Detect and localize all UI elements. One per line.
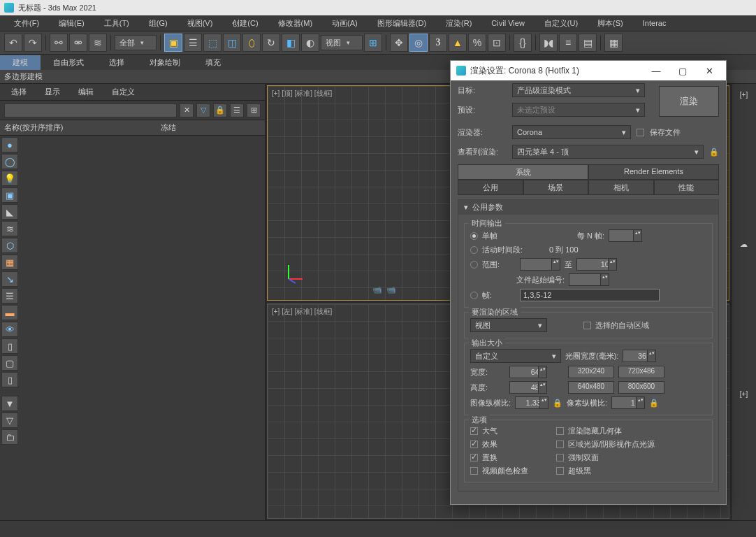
ribbon-tab-modeling[interactable]: 建模 — [0, 55, 41, 70]
menu-file[interactable]: 文件(F) — [4, 16, 49, 31]
filter-spacewarp-icon[interactable]: ≋ — [1, 221, 18, 236]
curve-editor-button[interactable]: ▦ — [604, 34, 623, 52]
menu-create[interactable]: 创建(C) — [222, 16, 268, 31]
cloud-icon[interactable]: ☁ — [740, 240, 748, 249]
redo-button[interactable]: ↷ — [24, 34, 42, 52]
img-aspect-input[interactable]: 1.333▴▾ — [515, 396, 548, 409]
ribbon-tab-freeform[interactable]: 自由形式 — [41, 55, 96, 70]
area-select[interactable]: 视图▾ — [470, 318, 547, 332]
chk-area[interactable] — [556, 441, 564, 448]
menu-render[interactable]: 渲染(R) — [436, 16, 481, 31]
chk-effects[interactable] — [470, 441, 478, 448]
preset-640x480[interactable]: 640x480 — [568, 381, 614, 394]
img-lock-icon[interactable]: 🔒 — [553, 399, 562, 408]
filter-visible-icon[interactable]: 👁 — [1, 322, 18, 337]
px-lock-icon[interactable]: 🔒 — [649, 399, 659, 408]
filter-cameras-icon[interactable]: ▣ — [1, 187, 18, 203]
move-button[interactable]: ✥ — [390, 34, 408, 52]
filter-hidden-icon[interactable]: ▬ — [1, 305, 18, 320]
ribbon-tab-selection[interactable]: 选择 — [96, 55, 137, 70]
lasso-select-button[interactable]: ↻ — [262, 34, 280, 52]
radio-frames[interactable] — [470, 292, 478, 299]
bind-button[interactable]: ≋ — [89, 34, 107, 52]
menu-civil[interactable]: Civil View — [481, 17, 534, 29]
preset-select[interactable]: 未选定预设▾ — [512, 103, 645, 117]
menu-view[interactable]: 视图(V) — [177, 16, 223, 31]
radio-single[interactable] — [470, 232, 478, 240]
view-tree-icon[interactable]: ⊞ — [247, 103, 261, 117]
col-name[interactable]: 名称(按升序排序) — [4, 122, 63, 133]
close-button[interactable]: ✕ — [698, 62, 720, 79]
menu-interact[interactable]: Interac — [633, 17, 676, 29]
explorer-list[interactable] — [21, 136, 265, 520]
px-aspect-input[interactable]: 1.0▴▾ — [611, 396, 645, 409]
filter-group-icon[interactable]: ▯ — [1, 338, 18, 354]
percent-button[interactable]: % — [468, 34, 486, 52]
target-select[interactable]: 产品级渲染模式▾ — [512, 83, 645, 97]
funnel-none-icon[interactable]: ▽ — [1, 413, 18, 428]
menu-customize[interactable]: 自定义(U) — [535, 16, 588, 31]
filter-frozen-icon[interactable]: ☰ — [1, 288, 18, 303]
menu-graph[interactable]: 图形编辑器(D) — [368, 16, 436, 31]
radio-range[interactable] — [470, 261, 478, 268]
preset-800x600[interactable]: 800x600 — [618, 381, 664, 394]
menu-edit[interactable]: 编辑(E) — [49, 16, 94, 31]
chk-atmos[interactable] — [470, 427, 478, 435]
paint-select-button[interactable]: ⬯ — [242, 34, 261, 52]
filter-helpers-icon[interactable]: ◣ — [1, 204, 18, 220]
rotate-button[interactable]: ◎ — [409, 34, 428, 52]
tab-scene[interactable]: 场景 — [523, 180, 589, 195]
lock-view-icon[interactable]: 🔒 — [709, 148, 719, 157]
clear-icon[interactable]: ✕ — [180, 103, 194, 117]
menu-animation[interactable]: 动画(A) — [322, 16, 368, 31]
scale-button[interactable]: 3 — [429, 34, 447, 52]
height-input[interactable]: 480▴▾ — [509, 381, 547, 394]
undo-button[interactable]: ↶ — [4, 34, 22, 52]
explorer-tab-display[interactable]: 显示 — [41, 85, 64, 99]
chk-hidden[interactable] — [556, 427, 564, 435]
window-select-button[interactable]: ◫ — [223, 34, 241, 52]
filter-icon[interactable]: ▽ — [196, 103, 210, 117]
output-mode-select[interactable]: 自定义▾ — [470, 349, 561, 363]
tab-camera[interactable]: 相机 — [588, 180, 654, 195]
chk-displace[interactable] — [470, 454, 478, 461]
maximize-button[interactable]: ▢ — [671, 62, 694, 79]
menu-modifiers[interactable]: 修改器(M) — [268, 16, 323, 31]
everyn-input[interactable]: 1▴▾ — [609, 229, 642, 242]
select-name-button[interactable]: ☰ — [184, 34, 202, 52]
menu-tools[interactable]: 工具(T) — [94, 16, 139, 31]
filter-layer-icon[interactable]: ▢ — [1, 355, 18, 371]
smart-select-button[interactable]: ◐ — [301, 34, 319, 52]
menu-script[interactable]: 脚本(S) — [588, 16, 633, 31]
search-input[interactable] — [4, 103, 177, 117]
viewport-label-right[interactable]: [+] — [740, 91, 748, 99]
placement-button[interactable]: ▲ — [449, 34, 467, 52]
pivot-button[interactable]: ⊞ — [364, 34, 382, 52]
tab-render-elements[interactable]: Render Elements — [588, 164, 719, 180]
viewport-label-persp[interactable]: [+] — [740, 390, 748, 398]
manipulate-button[interactable]: ◧ — [282, 34, 300, 52]
viewport-label-top[interactable]: [+] [顶] [标准] [线框] — [272, 89, 332, 99]
file-start-input[interactable]: 0▴▾ — [569, 273, 609, 286]
preset-720x486[interactable]: 720x486 — [618, 366, 664, 378]
ref-coord-system[interactable]: 视图 — [321, 35, 363, 50]
filter-bone-icon[interactable]: ⬡ — [1, 238, 18, 253]
filter-xref-icon[interactable]: ↘ — [1, 271, 18, 287]
ribbon-tab-populate[interactable]: 填充 — [193, 55, 233, 70]
render-button[interactable]: 渲染 — [659, 86, 719, 117]
schematic-button[interactable]: {} — [514, 34, 532, 52]
unlink-button[interactable]: ⚮ — [69, 34, 87, 52]
explorer-tab-custom[interactable]: 自定义 — [108, 85, 139, 99]
menu-group[interactable]: 组(G) — [139, 16, 177, 31]
align-button[interactable]: ≡ — [559, 34, 577, 52]
filter-shapes-icon[interactable]: ◯ — [1, 154, 18, 169]
rect-select-button[interactable]: ⬚ — [203, 34, 221, 52]
tab-common[interactable]: 公用 — [458, 180, 523, 195]
select-object-button[interactable]: ▣ — [164, 34, 182, 52]
camera-icon-2[interactable]: 📹 — [386, 285, 396, 294]
snap-button[interactable]: ⊡ — [488, 34, 506, 52]
tab-perf[interactable]: 性能 — [654, 180, 720, 195]
minimize-button[interactable]: — — [645, 62, 667, 79]
tab-system[interactable]: 系统 — [458, 164, 588, 180]
dialog-titlebar[interactable]: 渲染设置: Corona 8 (Hotfix 1) — ▢ ✕ — [451, 61, 726, 80]
